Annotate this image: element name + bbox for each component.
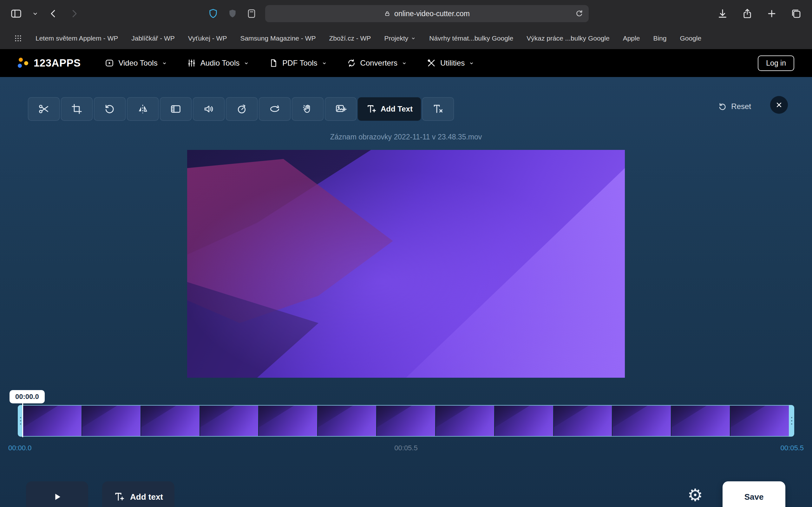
add-text-tool-button[interactable]: Add Text bbox=[358, 97, 421, 121]
sidebar-toggle-icon[interactable] bbox=[10, 8, 22, 20]
favorites-grid-icon[interactable] bbox=[14, 34, 22, 43]
volume-button[interactable] bbox=[193, 97, 224, 121]
volume-icon bbox=[203, 103, 215, 115]
add-image-button[interactable] bbox=[325, 97, 357, 121]
add-text-tool-label: Add Text bbox=[380, 105, 413, 113]
login-button[interactable]: Log in bbox=[758, 55, 794, 71]
reload-icon[interactable] bbox=[575, 9, 583, 18]
menu-label: Video Tools bbox=[118, 59, 157, 67]
reset-label: Reset bbox=[731, 102, 751, 111]
speed-icon bbox=[236, 103, 248, 115]
frames-button[interactable] bbox=[160, 97, 192, 121]
browser-actions bbox=[717, 8, 802, 19]
nav-cluster bbox=[10, 8, 79, 20]
editor-main: Add Text Reset Záznam obrazovky 2022-11-… bbox=[0, 77, 812, 507]
extension-icon[interactable] bbox=[246, 8, 257, 19]
video-tools-icon bbox=[105, 58, 114, 68]
menu-video-tools[interactable]: Video Tools bbox=[105, 58, 167, 68]
menu-label: Converters bbox=[360, 59, 397, 67]
timeline-thumbnail bbox=[730, 406, 789, 436]
new-tab-icon[interactable] bbox=[766, 8, 777, 19]
add-text-icon bbox=[113, 491, 125, 503]
timeline-thumbnail bbox=[259, 406, 317, 436]
play-button[interactable] bbox=[26, 481, 88, 507]
menu-utilities[interactable]: Utilities bbox=[426, 58, 474, 68]
downloads-icon[interactable] bbox=[717, 8, 728, 19]
cut-button[interactable] bbox=[28, 97, 60, 121]
timeline-middle-label: 00:05.5 bbox=[394, 444, 417, 452]
timeline-thumbnail bbox=[495, 406, 553, 436]
bookmark[interactable]: Apple bbox=[623, 35, 640, 42]
bookmark[interactable]: Vyťukej - WP bbox=[188, 35, 227, 42]
bookmark[interactable]: Samsung Magazine - WP bbox=[240, 35, 316, 42]
menu-label: PDF Tools bbox=[282, 59, 317, 67]
flip-button[interactable] bbox=[127, 97, 159, 121]
utilities-icon bbox=[426, 58, 436, 68]
bookmark[interactable]: Návrhy témat...bulky Google bbox=[429, 35, 513, 42]
bookmarks-bar: Letem světem Applem - WP Jablíčkář - WP … bbox=[0, 27, 812, 49]
bookmark[interactable]: Výkaz práce ...bulky Google bbox=[526, 35, 609, 42]
add-text-button[interactable]: Add text bbox=[102, 481, 174, 507]
url-text: online-video-cutter.com bbox=[394, 9, 470, 18]
motion-button[interactable] bbox=[259, 97, 291, 121]
crop-button[interactable] bbox=[61, 97, 93, 121]
pdf-tools-icon bbox=[269, 58, 278, 68]
back-icon[interactable] bbox=[48, 8, 59, 19]
bookmark[interactable]: Google bbox=[680, 35, 701, 42]
close-icon bbox=[775, 101, 783, 109]
wallpaper-layer bbox=[187, 150, 625, 378]
reset-icon bbox=[718, 102, 727, 111]
menu-audio-tools[interactable]: Audio Tools bbox=[187, 58, 249, 68]
speed-button[interactable] bbox=[226, 97, 258, 121]
converters-icon bbox=[347, 58, 356, 68]
chevron-down-icon bbox=[162, 60, 167, 66]
share-icon[interactable] bbox=[742, 8, 753, 19]
playhead-time-badge: 00:00.0 bbox=[9, 390, 45, 403]
logo-icon bbox=[18, 57, 29, 69]
timeline-thumbnail bbox=[200, 406, 258, 436]
motion-icon bbox=[269, 103, 281, 115]
tab-overview-icon[interactable] bbox=[791, 8, 802, 19]
editor-toolbar: Add Text bbox=[28, 97, 454, 121]
bookmark[interactable]: Zboží.cz - WP bbox=[329, 35, 371, 42]
bookmark[interactable]: Letem světem Applem - WP bbox=[36, 35, 118, 42]
timeline[interactable] bbox=[18, 405, 794, 437]
playhead-line[interactable] bbox=[22, 403, 23, 437]
save-button[interactable]: Save bbox=[722, 481, 785, 507]
effects-button[interactable] bbox=[292, 97, 323, 121]
logo[interactable]: 123APPS bbox=[18, 57, 81, 69]
extension-shield-icon[interactable] bbox=[227, 8, 238, 19]
chevron-down-icon bbox=[411, 36, 416, 41]
timeline-thumbnail bbox=[612, 406, 671, 436]
remove-text-button[interactable] bbox=[422, 97, 454, 121]
menu-label: Utilities bbox=[440, 59, 465, 67]
add-text-label: Add text bbox=[130, 492, 163, 502]
close-button[interactable] bbox=[770, 96, 788, 114]
audio-tools-icon bbox=[187, 58, 196, 68]
bookmark-folder[interactable]: Projekty bbox=[384, 35, 416, 42]
chevron-down-icon bbox=[322, 60, 327, 66]
rotate-icon bbox=[104, 103, 116, 115]
address-bar[interactable]: online-video-cutter.com bbox=[265, 5, 589, 22]
chevron-down-icon[interactable] bbox=[32, 10, 39, 17]
bookmark[interactable]: Bing bbox=[653, 35, 666, 42]
timeline-thumbnail bbox=[318, 406, 376, 436]
menu-converters[interactable]: Converters bbox=[347, 58, 407, 68]
reset-button[interactable]: Reset bbox=[718, 102, 751, 111]
menu-pdf-tools[interactable]: PDF Tools bbox=[269, 58, 327, 68]
text-remove-icon bbox=[432, 103, 444, 115]
address-cluster: online-video-cutter.com bbox=[207, 5, 589, 22]
trim-handle-right[interactable] bbox=[789, 405, 794, 437]
chevron-down-icon bbox=[402, 60, 407, 66]
settings-gear-icon[interactable]: ⚙ bbox=[688, 487, 703, 504]
forward-icon[interactable] bbox=[68, 8, 79, 19]
timeline-thumbnail bbox=[141, 406, 200, 436]
timeline-thumbnails[interactable] bbox=[23, 405, 789, 437]
rotate-button[interactable] bbox=[94, 97, 125, 121]
timeline-thumbnail bbox=[436, 406, 494, 436]
bookmark[interactable]: Jablíčkář - WP bbox=[131, 35, 175, 42]
privacy-shield-icon[interactable] bbox=[207, 8, 219, 19]
add-text-icon bbox=[366, 104, 377, 114]
hand-icon bbox=[302, 103, 314, 115]
main-nav: Video Tools Audio Tools PDF Tools Conver… bbox=[105, 58, 474, 68]
